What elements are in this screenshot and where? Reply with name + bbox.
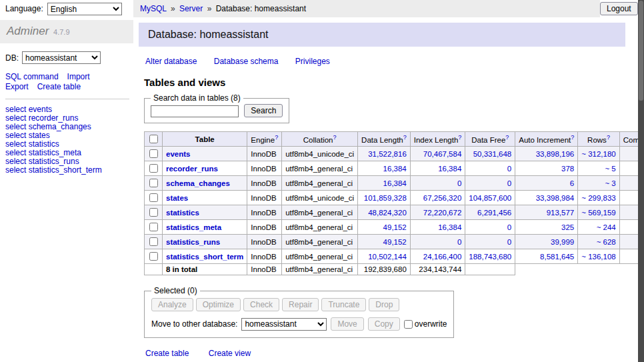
table-name-link[interactable]: statistics_meta: [166, 223, 221, 231]
overwrite-checkbox[interactable]: [404, 320, 413, 329]
truncate-button[interactable]: Truncate: [321, 298, 366, 311]
rows-link[interactable]: ~ 5: [605, 165, 615, 173]
drop-button[interactable]: Drop: [369, 298, 399, 311]
data-length-link[interactable]: 10,502,144: [368, 253, 407, 261]
data-length-link[interactable]: 101,859,328: [364, 194, 407, 202]
rows-link[interactable]: ~ 244: [597, 223, 616, 231]
search-input[interactable]: [151, 105, 239, 117]
sidebar-table-link[interactable]: select states: [5, 131, 50, 140]
rows-link[interactable]: ~ 312,180: [581, 150, 615, 158]
sidebar-table-link[interactable]: select statistics: [5, 139, 59, 149]
auto-increment-link[interactable]: 913,577: [547, 209, 575, 217]
move-button[interactable]: Move: [331, 317, 363, 331]
breadcrumb-link-server[interactable]: Server: [179, 4, 203, 13]
index-length-link[interactable]: 72,220,672: [423, 209, 462, 217]
rows-link[interactable]: ~ 299,833: [581, 194, 615, 202]
data-free-link[interactable]: 6,291,456: [477, 209, 511, 217]
row-checkbox[interactable]: [149, 179, 158, 187]
table-name-link[interactable]: recorder_runs: [166, 165, 218, 173]
index-length-link[interactable]: 16,384: [438, 165, 461, 173]
scrollbar-thumb[interactable]: [639, 1, 643, 101]
index-length-link[interactable]: 70,467,584: [423, 150, 462, 158]
index-length-link[interactable]: 24,166,400: [423, 253, 462, 261]
auto-increment-link[interactable]: 33,898,196: [536, 150, 575, 158]
data-length-link[interactable]: 31,522,816: [368, 150, 407, 158]
row-checkbox[interactable]: [149, 252, 158, 261]
data-free-link[interactable]: 0: [507, 238, 511, 246]
table-name-link[interactable]: statistics: [166, 209, 199, 217]
row-checkbox[interactable]: [149, 149, 158, 158]
export-link[interactable]: Export: [5, 82, 29, 91]
logout-button[interactable]: Logout: [600, 2, 638, 15]
data-length-link[interactable]: 48,824,320: [368, 209, 407, 217]
breadcrumb-link-mysql[interactable]: MySQL: [140, 4, 167, 13]
column-help-link[interactable]: ?: [458, 134, 461, 141]
auto-increment-link[interactable]: 325: [561, 223, 574, 231]
column-help-link[interactable]: ?: [607, 134, 610, 141]
rows-link[interactable]: ~ 3: [605, 179, 615, 187]
import-link[interactable]: Import: [67, 72, 90, 81]
rows-link[interactable]: ~ 569,159: [581, 209, 615, 217]
analyze-button[interactable]: Analyze: [151, 298, 193, 311]
row-checkbox[interactable]: [149, 237, 158, 246]
column-help-link[interactable]: ?: [403, 134, 407, 141]
auto-increment-link[interactable]: 33,398,984: [536, 194, 575, 202]
sidebar-table-link[interactable]: select recorder_runs: [5, 113, 78, 123]
data-length-link[interactable]: 16,384: [383, 179, 407, 187]
column-help-link[interactable]: ?: [505, 134, 509, 141]
data-length-link[interactable]: 49,152: [383, 238, 407, 246]
index-length-link[interactable]: 16,384: [438, 223, 461, 231]
data-free-link[interactable]: 0: [507, 179, 511, 187]
auto-increment-link[interactable]: 39,999: [551, 238, 574, 246]
index-length-link[interactable]: 67,256,320: [423, 194, 462, 202]
copy-button[interactable]: Copy: [368, 317, 400, 331]
table-name-link[interactable]: statistics_short_term: [166, 253, 243, 261]
data-free-link[interactable]: 188,743,680: [469, 253, 511, 261]
row-checkbox[interactable]: [149, 164, 158, 173]
data-free-link[interactable]: 50,331,648: [473, 150, 512, 158]
adminer-logo-link[interactable]: Adminer: [7, 25, 49, 37]
auto-increment-link[interactable]: 8,581,645: [540, 253, 574, 261]
search-button[interactable]: Search: [244, 104, 283, 117]
index-length-link[interactable]: 0: [457, 238, 461, 246]
privileges-link[interactable]: Privileges: [295, 57, 330, 66]
data-free-link[interactable]: 0: [507, 165, 511, 173]
sidebar-table-link[interactable]: select statistics_meta: [5, 148, 81, 157]
table-name-link[interactable]: statistics_runs: [166, 238, 220, 246]
auto-increment-link[interactable]: 378: [561, 165, 574, 173]
data-length-link[interactable]: 49,152: [383, 223, 407, 231]
create-table-link-main[interactable]: Create table: [145, 349, 189, 358]
sidebar-table-link[interactable]: select schema_changes: [5, 122, 91, 131]
vertical-scrollbar[interactable]: [638, 0, 644, 362]
column-help-link[interactable]: ?: [571, 134, 574, 141]
alter-database-link[interactable]: Alter database: [145, 57, 197, 66]
database-schema-link[interactable]: Database schema: [214, 57, 279, 66]
data-length-link[interactable]: 16,384: [383, 165, 407, 173]
sidebar-table-link[interactable]: select events: [5, 105, 52, 114]
select-all-checkbox[interactable]: [149, 135, 158, 143]
optimize-button[interactable]: Optimize: [196, 298, 241, 311]
repair-button[interactable]: Repair: [282, 298, 319, 311]
auto-increment-link[interactable]: 6: [570, 179, 574, 187]
row-checkbox[interactable]: [149, 208, 158, 217]
data-free-link[interactable]: 104,857,600: [469, 194, 511, 202]
data-free-link[interactable]: 0: [507, 223, 511, 231]
table-name-link[interactable]: states: [166, 194, 188, 202]
create-view-link[interactable]: Create view: [209, 349, 251, 358]
row-checkbox[interactable]: [149, 193, 158, 202]
table-name-link[interactable]: schema_changes: [166, 179, 230, 187]
table-name-link[interactable]: events: [166, 150, 190, 158]
sql-command-link[interactable]: SQL command: [5, 72, 59, 81]
db-select[interactable]: homeassistant: [22, 51, 101, 64]
check-button[interactable]: Check: [243, 298, 279, 311]
create-table-link-sidebar[interactable]: Create table: [37, 82, 81, 91]
language-select[interactable]: English: [47, 3, 122, 15]
sidebar-table-link[interactable]: select statistics_short_term: [5, 165, 102, 175]
column-help-link[interactable]: ?: [333, 134, 336, 141]
row-checkbox[interactable]: [149, 223, 158, 231]
move-db-select[interactable]: homeassistant: [241, 318, 327, 331]
rows-link[interactable]: ~ 628: [597, 238, 616, 246]
rows-link[interactable]: ~ 136,108: [581, 253, 615, 261]
column-help-link[interactable]: ?: [275, 134, 278, 141]
index-length-link[interactable]: 0: [457, 179, 461, 187]
